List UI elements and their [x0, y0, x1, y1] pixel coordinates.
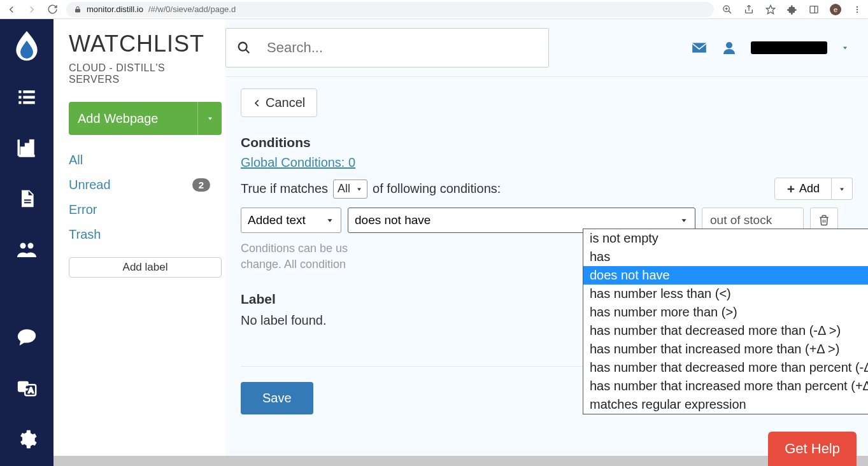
add-condition-dropdown[interactable]: [832, 178, 853, 200]
add-label-button[interactable]: Add label: [69, 257, 222, 278]
forward-button[interactable]: [25, 3, 38, 16]
panel-icon[interactable]: [808, 4, 820, 15]
chrome-right-icons: e: [722, 4, 863, 15]
match-mode-select[interactable]: All: [333, 180, 367, 199]
zoom-icon[interactable]: [722, 4, 733, 15]
filter-trash[interactable]: Trash: [69, 222, 210, 247]
match-suffix: of following conditions:: [373, 181, 501, 196]
add-webpage-button-group: Add Webpage: [69, 102, 222, 135]
operator-option[interactable]: has: [583, 248, 868, 266]
operator-option[interactable]: has number that increased more than (+Δ …: [583, 340, 868, 358]
svg-marker-38: [840, 188, 844, 190]
conditions-heading: Conditions: [241, 135, 853, 150]
star-icon[interactable]: [765, 4, 776, 15]
chat-icon[interactable]: [13, 323, 41, 351]
operator-option[interactable]: has number that decreased more than perc…: [583, 358, 868, 377]
svg-point-25: [28, 243, 34, 249]
field-select[interactable]: Added text: [241, 208, 341, 233]
add-condition-button[interactable]: Add: [774, 178, 832, 200]
svg-marker-34: [843, 47, 847, 50]
operator-option[interactable]: matches regular expression: [583, 395, 868, 414]
page-title: WATCHLIST: [69, 31, 210, 57]
user-icon[interactable]: [722, 40, 737, 55]
svg-marker-5: [766, 5, 774, 13]
operator-option[interactable]: does not have: [583, 266, 868, 285]
profile-avatar[interactable]: e: [830, 4, 841, 15]
search-icon: [226, 29, 262, 67]
kebab-menu-icon[interactable]: [851, 4, 863, 15]
svg-point-9: [857, 8, 858, 10]
operator-option[interactable]: has number that decreased more than (-Δ …: [583, 321, 868, 340]
svg-line-1: [729, 11, 731, 13]
match-mode-value: All: [338, 182, 350, 195]
filter-unread[interactable]: Unread2: [69, 173, 210, 197]
filter-label: Unread: [69, 178, 111, 192]
condition-match-row: True if matches All of following conditi…: [241, 178, 853, 200]
svg-point-10: [857, 11, 858, 12]
cancel-button[interactable]: Cancel: [241, 88, 317, 117]
svg-line-32: [246, 50, 250, 53]
file-icon[interactable]: [13, 185, 41, 213]
gear-icon[interactable]: [13, 425, 41, 453]
svg-rect-6: [810, 6, 818, 13]
translate-icon[interactable]: 文A: [13, 374, 41, 402]
distill-logo-icon[interactable]: [13, 32, 41, 60]
url-path: /#/w/0/sieve/add/page.d: [148, 4, 236, 14]
svg-text:A: A: [29, 386, 34, 394]
svg-rect-22: [24, 199, 31, 201]
chevron-down-icon: [355, 185, 363, 193]
page-subtitle: CLOUD - DISTILL'S SERVERS: [69, 62, 210, 85]
url-domain: monitor.distill.io: [87, 4, 143, 14]
user-menu-caret-icon[interactable]: [841, 44, 849, 52]
sidebar: WATCHLIST CLOUD - DISTILL'S SERVERS Add …: [53, 19, 225, 466]
left-rail: 文A: [0, 19, 53, 466]
user-name-redacted: [751, 41, 827, 54]
search-box[interactable]: [225, 28, 549, 67]
operator-option[interactable]: has number that increased more than perc…: [583, 377, 868, 395]
field-select-value: Added text: [248, 213, 306, 227]
operator-option[interactable]: is not empty: [583, 229, 868, 248]
global-conditions-link[interactable]: Global Conditions: 0: [241, 155, 355, 169]
save-button[interactable]: Save: [241, 382, 313, 414]
search-input[interactable]: [262, 29, 548, 67]
svg-rect-12: [23, 90, 34, 93]
operator-option[interactable]: has number less than (<): [583, 285, 868, 303]
svg-text:文: 文: [20, 383, 27, 390]
svg-rect-21: [31, 141, 33, 156]
svg-point-8: [857, 6, 858, 7]
add-condition-group: Add: [774, 178, 853, 200]
get-help-button[interactable]: Get Help: [768, 432, 857, 466]
chart-icon[interactable]: [13, 134, 41, 162]
svg-rect-37: [788, 188, 795, 189]
operator-dropdown-list[interactable]: is not emptyhasdoes not havehas number l…: [583, 229, 868, 414]
list-icon[interactable]: [13, 83, 41, 111]
top-right-icons: [691, 39, 862, 56]
operator-option[interactable]: has number more than (>): [583, 303, 868, 321]
chevron-down-icon: [679, 216, 688, 225]
top-bar: [225, 19, 868, 77]
browser-chrome: monitor.distill.io/#/w/0/sieve/add/page.…: [0, 0, 868, 19]
reload-button[interactable]: [46, 3, 59, 16]
filter-label: Trash: [69, 227, 101, 242]
add-webpage-dropdown[interactable]: [197, 102, 222, 135]
back-button[interactable]: [5, 3, 18, 16]
svg-rect-20: [26, 144, 29, 155]
plus-icon: [786, 185, 795, 194]
footer-strip: [53, 456, 868, 466]
svg-rect-23: [24, 202, 31, 203]
filter-all[interactable]: All: [69, 148, 210, 173]
extensions-icon[interactable]: [786, 4, 798, 15]
add-webpage-button[interactable]: Add Webpage: [69, 102, 197, 135]
mail-icon[interactable]: [691, 39, 708, 56]
filter-label: Error: [69, 202, 97, 217]
svg-rect-19: [22, 148, 24, 156]
filter-list: All Unread2 Error Trash: [69, 148, 210, 247]
svg-marker-30: [208, 118, 212, 120]
share-icon[interactable]: [743, 4, 755, 15]
operator-select-value: does not have: [355, 213, 430, 227]
main-area: Cancel Conditions Global Conditions: 0 T…: [225, 19, 868, 466]
url-bar[interactable]: monitor.distill.io/#/w/0/sieve/add/page.…: [66, 2, 714, 17]
users-icon[interactable]: [13, 236, 41, 264]
chevron-left-icon: [253, 99, 262, 108]
filter-error[interactable]: Error: [69, 197, 210, 222]
